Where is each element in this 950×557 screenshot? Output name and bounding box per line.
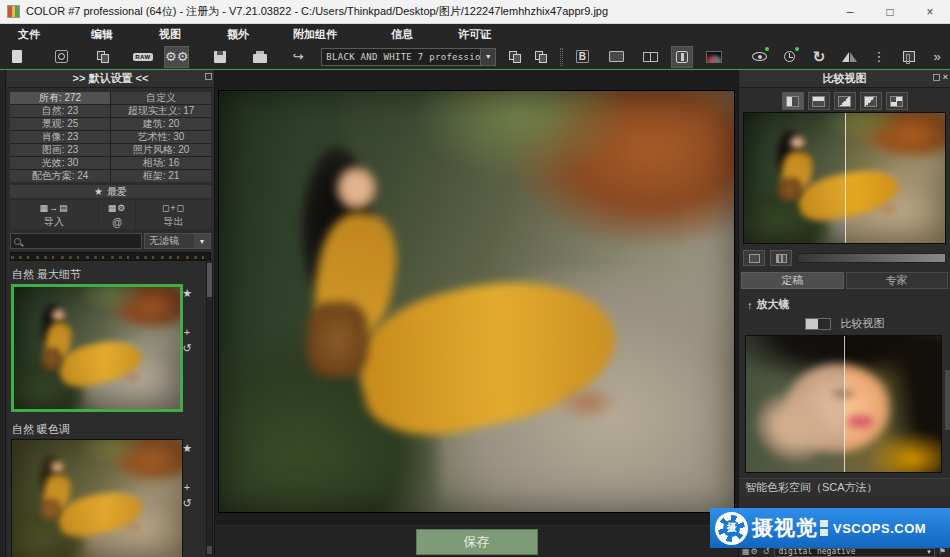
category-frames[interactable]: 框架: 21 (111, 170, 211, 182)
category-portrait[interactable]: 肖像: 23 (10, 131, 110, 143)
merge-button[interactable] (530, 46, 552, 68)
category-architecture[interactable]: 建筑: 20 (111, 118, 211, 130)
tab-expert[interactable]: 专家 (846, 272, 949, 289)
split-horizontal-toggle[interactable] (808, 92, 830, 110)
save-button[interactable]: 保存 (416, 529, 538, 555)
refresh-button[interactable]: ↻ (808, 46, 830, 68)
reload-icon[interactable]: ↺ (763, 548, 771, 556)
menu-extra[interactable]: 额外 (227, 27, 249, 42)
compare-preview[interactable] (743, 112, 946, 244)
category-all[interactable]: 所有: 272 (10, 92, 110, 104)
filter-dropdown[interactable]: 无滤镜 ▼ (144, 233, 211, 249)
save-file-button[interactable] (209, 46, 231, 68)
flip-compare-button[interactable] (838, 46, 860, 68)
compare-panel-header[interactable]: 比较视图 × (739, 70, 950, 88)
loupe-section-header[interactable]: ↑ 放大镜 (747, 297, 950, 312)
flag-icon[interactable]: ⚑ (939, 548, 947, 556)
close-panel-icon[interactable]: × (943, 73, 948, 82)
compare-divider[interactable] (845, 113, 846, 243)
search-input[interactable] (21, 235, 138, 247)
favorite-star-icon[interactable]: ★ (182, 443, 192, 454)
sync-icon[interactable]: ↺ (182, 498, 191, 509)
split-diagonal2-toggle[interactable] (860, 92, 882, 110)
export-presets-button[interactable]: ◻+◻ (136, 200, 211, 215)
category-painting[interactable]: 图画: 23 (10, 144, 110, 156)
add-icon[interactable]: + (184, 482, 190, 493)
menu-info[interactable]: 信息 (391, 27, 413, 42)
crop-button[interactable] (898, 46, 920, 68)
menu-edit[interactable]: 编辑 (91, 27, 113, 42)
preset-filmstrip[interactable] (10, 252, 211, 261)
split-diagonal-toggle[interactable] (834, 92, 856, 110)
favorite-star-icon[interactable]: ★ (182, 288, 192, 299)
split-vertical-toggle[interactable] (782, 92, 804, 110)
loupe-toggle-label: 比较视图 (841, 316, 885, 331)
import-label[interactable]: 导入 (10, 215, 98, 229)
category-color-scheme[interactable]: 配色方案: 24 (10, 170, 110, 182)
minimize-button[interactable]: – (830, 0, 870, 23)
column-view-button[interactable] (770, 250, 792, 266)
preset-thumbnail-warm[interactable] (11, 439, 183, 557)
category-landscape[interactable]: 景观: 25 (10, 118, 110, 130)
raw-settings-button[interactable]: RAW (132, 46, 154, 68)
menu-license[interactable]: 许可证 (458, 27, 491, 42)
panel-scrollbar[interactable] (945, 370, 950, 430)
manage-presets-button[interactable]: ▦⚙ (99, 200, 135, 215)
options-menu-button[interactable]: ⋮ (868, 46, 890, 68)
loupe-button[interactable] (671, 46, 693, 68)
compare-slider[interactable] (797, 253, 946, 263)
export-label[interactable]: 导出 (136, 215, 211, 229)
scrollbar-arrow[interactable] (207, 546, 212, 554)
preset-thumbnail-selected[interactable] (11, 284, 183, 412)
copy-settings-button[interactable] (92, 46, 114, 68)
checkerboard-toggle[interactable] (886, 92, 908, 110)
presets-panel-header[interactable]: >> 默认设置 << (7, 70, 214, 88)
sca-section-header[interactable]: 智能色彩空间（SCA方法） (739, 478, 950, 496)
batch-button[interactable]: B (571, 46, 593, 68)
stack-button[interactable] (504, 46, 526, 68)
undock-icon[interactable] (205, 73, 212, 80)
menu-addons[interactable]: 附加组件 (293, 27, 337, 42)
category-custom[interactable]: 自定义 (111, 92, 211, 104)
thumbnail-view-button[interactable] (743, 250, 765, 266)
process-timer-button[interactable] (778, 46, 800, 68)
display-button[interactable] (605, 46, 627, 68)
at-button[interactable]: @ (99, 215, 135, 229)
category-light[interactable]: 光效: 30 (10, 157, 110, 169)
loupe-compare-switch[interactable] (805, 318, 831, 330)
toolbar-overflow-button[interactable]: » (926, 46, 948, 68)
category-surreal[interactable]: 超现实主义: 17 (111, 105, 211, 117)
tab-final[interactable]: 定稿 (741, 272, 844, 289)
sync-icon[interactable]: ↺ (182, 343, 191, 354)
loupe-divider[interactable] (844, 336, 845, 472)
export-button[interactable]: ↪ (287, 46, 309, 68)
menu-view[interactable]: 视图 (159, 27, 181, 42)
menu-file[interactable]: 文件 (18, 27, 40, 42)
grid-settings-icon[interactable]: ▦⚙ (742, 548, 759, 556)
undock-icon[interactable] (933, 74, 940, 81)
negative-dropdown[interactable]: digital negative ▼ (774, 548, 934, 557)
main-photo[interactable] (218, 90, 735, 513)
presets-scrollbar[interactable] (206, 260, 213, 556)
import-presets-button[interactable]: ▦→▤ (10, 200, 98, 215)
category-grid: 所有: 272 自定义 自然: 23 超现实主义: 17 景观: 25 建筑: … (10, 92, 211, 182)
category-camera[interactable]: 相场: 16 (111, 157, 211, 169)
category-artistic[interactable]: 艺术性: 30 (111, 131, 211, 143)
category-nature[interactable]: 自然: 23 (10, 105, 110, 117)
maximize-button[interactable]: □ (870, 0, 910, 23)
settings-button[interactable]: ⚙⚙ (164, 46, 189, 68)
scrollbar-thumb[interactable] (207, 263, 212, 297)
preset-search-box[interactable] (10, 233, 142, 249)
histogram-button[interactable] (703, 46, 725, 68)
add-icon[interactable]: + (184, 327, 190, 338)
preset-collection-dropdown[interactable]: BLACK AND WHITE 7 professional ▼ (321, 48, 496, 66)
category-photo-style[interactable]: 照片风格: 20 (111, 144, 211, 156)
loupe-preview[interactable] (745, 335, 942, 473)
history-button[interactable] (50, 46, 72, 68)
print-button[interactable] (249, 46, 271, 68)
close-button[interactable]: × (910, 0, 950, 23)
new-file-button[interactable] (6, 46, 28, 68)
split-view-button[interactable] (639, 46, 661, 68)
preview-toggle-button[interactable] (748, 46, 770, 68)
favorites-bar[interactable]: ★ 最爱 (10, 185, 211, 198)
